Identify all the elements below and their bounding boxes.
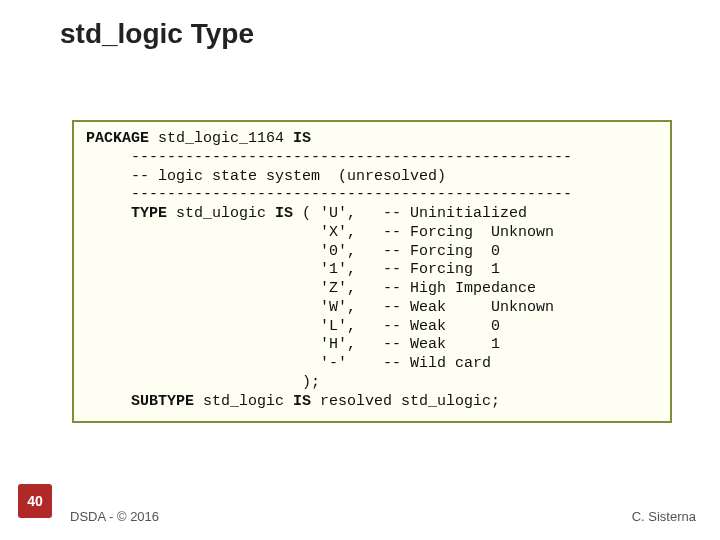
code-block: PACKAGE std_logic_1164 IS --------------… (86, 130, 658, 411)
footer-right: C. Sisterna (632, 509, 696, 524)
code-text (86, 393, 131, 410)
code-text: 'H', -- Weak 1 (86, 336, 500, 353)
code-text: 'Z', -- High Impedance (86, 280, 536, 297)
kw-subtype: SUBTYPE (131, 393, 194, 410)
code-text: std_ulogic (167, 205, 275, 222)
code-text (86, 205, 131, 222)
kw-package: PACKAGE (86, 130, 149, 147)
code-text: '-' -- Wild card (86, 355, 491, 372)
code-text: ( 'U', -- Uninitialized (293, 205, 527, 222)
code-text: std_logic (194, 393, 293, 410)
code-text: -- logic state system (unresolved) (86, 168, 446, 185)
footer-left: DSDA - © 2016 (70, 509, 159, 524)
code-text: '0', -- Forcing 0 (86, 243, 500, 260)
code-text: resolved std_ulogic; (311, 393, 500, 410)
code-text: 'L', -- Weak 0 (86, 318, 500, 335)
page-number: 40 (27, 493, 43, 509)
kw-type: TYPE (131, 205, 167, 222)
kw-is: IS (293, 130, 311, 147)
code-text: '1', -- Forcing 1 (86, 261, 500, 278)
code-text: 'X', -- Forcing Unknown (86, 224, 554, 241)
kw-is: IS (275, 205, 293, 222)
kw-is: IS (293, 393, 311, 410)
code-box: PACKAGE std_logic_1164 IS --------------… (72, 120, 672, 423)
slide-title: std_logic Type (60, 18, 254, 50)
code-text: ----------------------------------------… (86, 149, 572, 166)
page-number-badge: 40 (18, 484, 52, 518)
slide: std_logic Type PACKAGE std_logic_1164 IS… (0, 0, 720, 540)
code-text: ); (86, 374, 320, 391)
code-text: 'W', -- Weak Unknown (86, 299, 554, 316)
code-text: std_logic_1164 (149, 130, 293, 147)
code-text: ----------------------------------------… (86, 186, 572, 203)
